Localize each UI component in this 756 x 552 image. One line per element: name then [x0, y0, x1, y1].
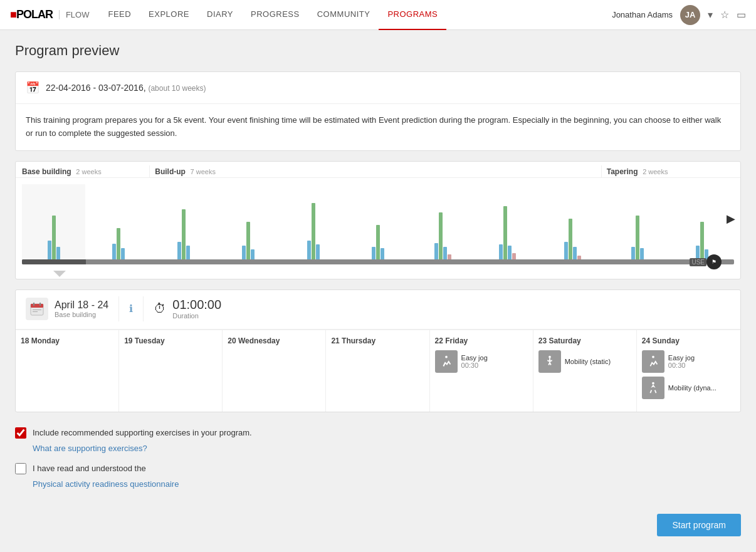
phase-tapering-weeks: 2 weeks — [643, 168, 668, 175]
sunday-activity-1[interactable]: Easy jog 00:30 — [642, 350, 735, 373]
dynamic-icon — [646, 381, 660, 395]
readiness-label: I have read and understood the — [33, 464, 146, 473]
nav-item-feed[interactable]: FEED — [99, 0, 140, 30]
day-saturday: 23 Saturday Mobility (static) — [533, 330, 637, 412]
info-icon[interactable]: ℹ — [129, 303, 133, 315]
checkbox-row-1: Include recommended supporting exercises… — [15, 427, 741, 439]
chart-week-4[interactable] — [216, 184, 280, 259]
saturday-activity-1[interactable]: Mobility (static) — [538, 350, 631, 373]
chart-week-7[interactable] — [411, 184, 475, 259]
sunday-activity-2-info: Mobility (dyna... — [668, 384, 717, 392]
chart-bars-area: ▶ — [16, 178, 740, 259]
user-name: Jonathan Adams — [612, 10, 673, 19]
sunday-activity-2[interactable]: Mobility (dyna... — [642, 377, 735, 399]
timeline-indicator: ⚑ — [706, 254, 722, 269]
day-wednesday-header: 20 Wednesday — [228, 336, 320, 345]
week-detail-card: April 18 - 24 Base building ℹ ⏱ 01:00:00… — [15, 289, 741, 412]
nav-item-programs[interactable]: PROGRAMS — [379, 0, 446, 30]
supporting-exercises-checkbox[interactable] — [15, 427, 26, 439]
checkbox-row-2: I have read and understood the — [15, 463, 741, 474]
chart-week-8[interactable] — [476, 184, 539, 259]
dates-body: This training program prepares you for a… — [16, 104, 740, 150]
timeline-wrapper: ⚑ USE — [16, 259, 740, 269]
phase-base: Base building 2 weeks — [22, 165, 149, 177]
chart-week-3[interactable] — [152, 184, 215, 259]
svg-rect-1 — [31, 304, 43, 308]
readiness-checkbox[interactable] — [15, 463, 26, 474]
supporting-exercises-link[interactable]: What are supporting exercises? — [33, 444, 147, 453]
phase-tapering: Tapering 2 weeks — [601, 165, 734, 177]
chart-week-11[interactable] — [671, 184, 734, 259]
chat-icon[interactable]: ▭ — [737, 9, 746, 21]
week-info: April 18 - 24 Base building — [55, 299, 108, 318]
brand: ■POLAR FLOW — [10, 8, 89, 21]
day-monday-header: 18 Monday — [21, 336, 113, 345]
day-thursday: 21 Thursday — [326, 330, 429, 412]
sunday-activity-1-info: Easy jog 00:30 — [668, 354, 695, 369]
phase-base-name: Base building — [22, 167, 71, 176]
nav-item-explore[interactable]: EXPLORE — [140, 0, 198, 30]
sunday-activity-2-thumb — [642, 377, 664, 399]
avatar[interactable]: JA — [680, 5, 700, 25]
day-sunday: 24 Sunday Easy jog 00:30 — [637, 330, 740, 412]
week-title: April 18 - 24 — [55, 299, 108, 311]
chart-week-2[interactable] — [87, 184, 150, 259]
week-header: April 18 - 24 Base building ℹ ⏱ 01:00:00… — [16, 289, 740, 330]
chart-week-1[interactable] — [22, 184, 85, 259]
stretch-icon — [543, 355, 557, 368]
duration-info: 01:00:00 Duration — [172, 298, 221, 320]
readiness-link[interactable]: Physical activity readiness questionnair… — [33, 479, 179, 489]
start-button-wrapper: Start program — [15, 504, 741, 546]
week-divider-1 — [118, 296, 119, 321]
description: This training program prepares you for a… — [26, 114, 730, 140]
svg-point-8 — [652, 355, 654, 358]
timeline-progress — [22, 259, 86, 264]
friday-activity-1[interactable]: Easy jog 00:30 — [435, 350, 528, 373]
svg-point-7 — [549, 355, 551, 358]
dropdown-icon[interactable]: ▾ — [708, 9, 713, 21]
chart-pointer-down — [16, 269, 740, 279]
nav-item-community[interactable]: COMMUNITY — [308, 0, 379, 30]
pointer-down-icon — [53, 271, 66, 277]
week-divider-2 — [143, 296, 144, 321]
readiness-link-wrapper: Physical activity readiness questionnair… — [15, 479, 741, 489]
page-content: Program preview 📅 22-04-2016 - 03-07-201… — [5, 30, 751, 552]
day-sunday-header: 24 Sunday — [642, 336, 735, 345]
sunday-activity-1-thumb — [642, 350, 664, 373]
star-icon[interactable]: ☆ — [720, 9, 729, 21]
day-tuesday-header: 19 Tuesday — [124, 336, 217, 345]
duration-section: ⏱ 01:00:00 Duration — [154, 298, 221, 320]
bottom-section: Include recommended supporting exercises… — [15, 422, 741, 546]
day-friday-header: 22 Friday — [435, 336, 528, 345]
dates-header: 📅 22-04-2016 - 03-07-2016, (about 10 wee… — [16, 72, 740, 104]
chart-week-10[interactable] — [606, 184, 669, 259]
calendar-svg — [29, 301, 45, 316]
phase-base-weeks: 2 weeks — [76, 168, 101, 175]
chart-week-5[interactable] — [281, 184, 345, 259]
days-grid: 18 Monday 19 Tuesday 20 Wednesday 21 Thu… — [16, 330, 740, 412]
calendar-icon: 📅 — [26, 81, 39, 95]
saturday-activity-1-thumb — [538, 350, 561, 373]
week-calendar: April 18 - 24 Base building — [26, 298, 108, 320]
dates-card: 📅 22-04-2016 - 03-07-2016, (about 10 wee… — [15, 71, 741, 151]
phase-buildup-weeks: 7 weeks — [191, 168, 216, 175]
timeline-indicator-icon: ⚑ — [711, 259, 717, 265]
supporting-exercises-link-wrapper: What are supporting exercises? — [15, 444, 741, 453]
page-title: Program preview — [15, 43, 741, 59]
day-wednesday: 20 Wednesday — [223, 330, 326, 412]
chart-next-button[interactable]: ▶ — [727, 212, 735, 226]
phase-labels: Base building 2 weeks Build-up 7 weeks T… — [16, 162, 740, 178]
day-friday: 22 Friday Easy jog 00:30 — [430, 330, 533, 412]
chart-card: Base building 2 weeks Build-up 7 weeks T… — [15, 161, 741, 279]
start-program-button[interactable]: Start program — [657, 514, 741, 536]
nav-item-diary[interactable]: DIARY — [198, 0, 242, 30]
week-subtitle: Base building — [55, 311, 108, 318]
svg-rect-4 — [33, 310, 41, 310]
duration-time: 01:00:00 — [172, 298, 221, 312]
chart-week-6[interactable] — [346, 184, 409, 259]
flow-label: FLOW — [59, 10, 90, 19]
nav-item-progress[interactable]: PROGRESS — [242, 0, 308, 30]
chart-week-9[interactable] — [541, 184, 604, 259]
day-monday: 18 Monday — [16, 330, 119, 412]
duration-label: Duration — [172, 312, 221, 320]
